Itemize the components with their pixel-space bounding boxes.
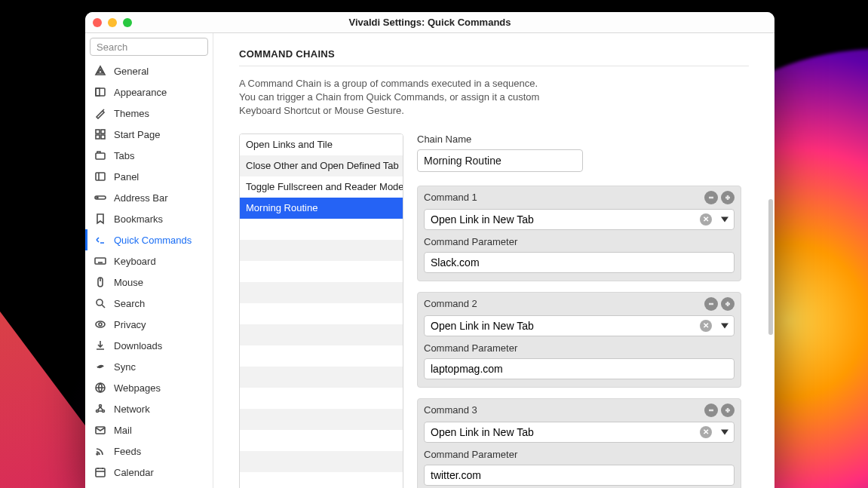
traffic-lights [93, 18, 132, 27]
quickcommands-icon [94, 234, 106, 246]
sidebar-item-privacy[interactable]: Privacy [85, 314, 213, 335]
sidebar-item-label: Address Bar [114, 192, 168, 204]
clear-command-icon[interactable] [700, 426, 712, 438]
scrollbar-thumb[interactable] [768, 199, 773, 335]
sidebar-item-mouse[interactable]: Mouse [85, 272, 213, 293]
chain-list-empty-row [240, 430, 403, 451]
sidebar-item-general[interactable]: General [85, 60, 213, 81]
window-minimize-button[interactable] [108, 18, 117, 27]
sidebar-item-label: Bookmarks [114, 213, 163, 225]
command-parameter-input[interactable] [424, 252, 735, 273]
sidebar-item-sync[interactable]: Sync [85, 356, 213, 377]
chain-list-empty-row [240, 324, 403, 345]
sidebar-item-label: Search [114, 298, 145, 309]
addressbar-icon [94, 192, 106, 204]
remove-command-button[interactable] [704, 404, 718, 417]
command-card: Command 2Command Parameter [417, 292, 741, 388]
chain-list-empty-row [240, 367, 403, 388]
sidebar-item-downloads[interactable]: Downloads [85, 335, 213, 356]
sidebar-item-bookmarks[interactable]: Bookmarks [85, 208, 213, 229]
command-select[interactable] [424, 422, 735, 443]
sidebar-item-network[interactable]: Network [85, 398, 213, 419]
sidebar-item-label: Privacy [114, 319, 146, 330]
sidebar-item-quick-commands[interactable]: Quick Commands [85, 229, 213, 250]
sidebar-item-mail[interactable]: Mail [85, 419, 213, 440]
sidebar-item-label: Network [114, 404, 150, 415]
chain-list-empty-row [240, 219, 403, 240]
sidebar-item-label: Tabs [114, 150, 134, 161]
sidebar-item-label: Calendar [114, 467, 154, 478]
webpages-icon [94, 382, 106, 394]
chain-list-item[interactable]: Open Links and Tile [240, 134, 403, 155]
dropdown-caret-icon[interactable] [721, 216, 728, 222]
sidebar-item-label: Quick Commands [114, 235, 192, 246]
remove-command-button[interactable] [704, 297, 718, 311]
command-select[interactable] [424, 315, 735, 336]
sidebar-item-label: Mail [114, 425, 132, 436]
keyboard-icon [94, 255, 106, 267]
themes-icon [94, 107, 106, 119]
sidebar-item-address-bar[interactable]: Address Bar [85, 187, 213, 208]
command-select[interactable] [424, 209, 735, 230]
sidebar-item-webpages[interactable]: Webpages [85, 377, 213, 398]
mail-icon [94, 424, 106, 436]
sidebar-item-label: Sync [114, 361, 136, 373]
chain-list-empty-row [240, 282, 403, 303]
window-zoom-button[interactable] [123, 18, 132, 27]
remove-command-button[interactable] [704, 191, 718, 204]
sidebar-item-start-page[interactable]: Start Page [85, 124, 213, 145]
content-area: COMMAND CHAINS A Command Chain is a grou… [213, 33, 774, 488]
search-input[interactable] [90, 38, 208, 56]
sidebar-item-keyboard[interactable]: Keyboard [85, 250, 213, 272]
search-icon [94, 297, 106, 309]
dropdown-caret-icon[interactable] [721, 429, 728, 434]
sync-icon [94, 361, 106, 373]
sidebar-item-label: Appearance [114, 87, 167, 98]
sidebar-item-label: Downloads [114, 340, 162, 351]
titlebar: Vivaldi Settings: Quick Commands [85, 12, 774, 33]
dropdown-caret-icon[interactable] [721, 323, 728, 328]
tabs-icon [94, 149, 106, 161]
chain-list-empty-row [240, 409, 403, 430]
add-command-button[interactable] [721, 297, 735, 311]
sidebar-item-label: Webpages [114, 382, 161, 394]
chain-list-empty-row [240, 345, 403, 367]
sidebar: GeneralAppearanceThemesStart PageTabsPan… [85, 33, 213, 488]
sidebar-item-label: Panel [114, 171, 139, 183]
chain-list-empty-row [240, 303, 403, 324]
add-command-button[interactable] [721, 404, 735, 417]
command-head-label: Command 3 [424, 404, 477, 416]
feeds-icon [94, 445, 106, 457]
sidebar-item-themes[interactable]: Themes [85, 103, 213, 124]
sidebar-item-label: Themes [114, 108, 149, 119]
sidebar-item-appearance[interactable]: Appearance [85, 81, 213, 103]
network-icon [94, 403, 106, 415]
sidebar-item-tabs[interactable]: Tabs [85, 145, 213, 166]
chain-list-empty-row [240, 261, 403, 282]
command-parameter-label: Command Parameter [424, 342, 735, 354]
command-parameter-input[interactable] [424, 465, 735, 486]
clear-command-icon[interactable] [700, 213, 712, 226]
command-card: Command 3Command Parameter [417, 398, 741, 488]
section-title: COMMAND CHAINS [239, 48, 749, 60]
sidebar-item-calendar[interactable]: Calendar [85, 462, 213, 483]
add-command-button[interactable] [721, 191, 735, 204]
command-parameter-input[interactable] [424, 358, 735, 379]
clear-command-icon[interactable] [700, 320, 712, 332]
sidebar-item-panel[interactable]: Panel [85, 166, 213, 187]
window-close-button[interactable] [93, 18, 102, 27]
command-head-label: Command 1 [424, 192, 477, 203]
chain-list-empty-row [240, 472, 403, 488]
chain-list-empty-row [240, 388, 403, 409]
appearance-icon [94, 86, 106, 98]
sidebar-item-label: Feeds [114, 446, 141, 457]
chain-list-item[interactable]: Toggle Fullscreen and Reader Mode [240, 176, 403, 198]
sidebar-item-label: Keyboard [114, 256, 156, 267]
chain-list-item[interactable]: Close Other and Open Defined Tab [240, 155, 403, 176]
sidebar-item-label: General [114, 66, 149, 77]
sidebar-item-feeds[interactable]: Feeds [85, 440, 213, 462]
command-head-label: Command 2 [424, 298, 477, 309]
sidebar-item-search[interactable]: Search [85, 293, 213, 314]
chain-list-item[interactable]: Morning Routine [240, 198, 403, 219]
chain-name-input[interactable] [417, 149, 583, 172]
